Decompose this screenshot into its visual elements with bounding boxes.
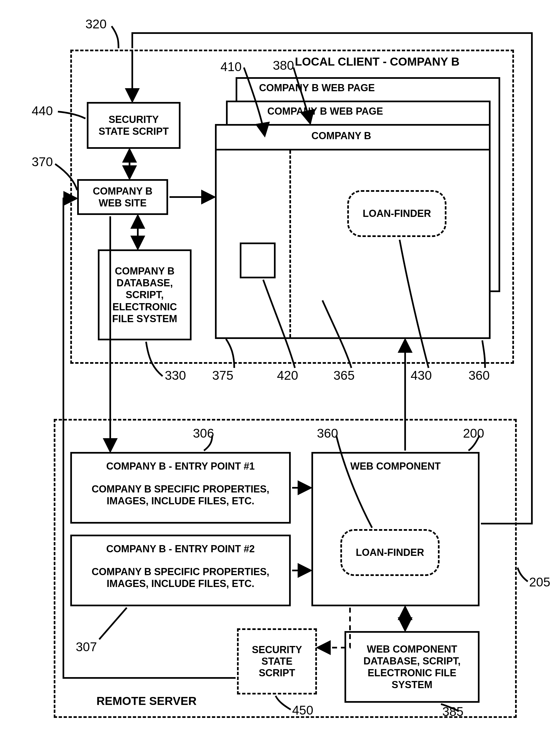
ref-205: 205 (529, 575, 550, 590)
ref-420: 420 (277, 368, 298, 383)
ref-370: 370 (32, 154, 53, 169)
entry-point-2-body: COMPANY B SPECIFIC PROPERTIES, IMAGES, I… (75, 566, 286, 590)
loan-finder-client: LOAN-FINDER (347, 190, 446, 237)
ref-410: 410 (221, 59, 242, 74)
web-component-title: WEB COMPONENT (316, 460, 475, 472)
ref-330: 330 (165, 368, 186, 383)
web-page-front-title: COMPANY B (311, 130, 371, 142)
security-state-script-box: SECURITY STATE SCRIPT (87, 102, 180, 149)
company-b-database-box: COMPANY B DATABASE, SCRIPT, ELECTRONIC F… (98, 250, 192, 340)
ref-440: 440 (32, 103, 53, 118)
entry-point-1-title: COMPANY B - ENTRY POINT #1 (75, 460, 286, 472)
web-component-db-box: WEB COMPONENT DATABASE, SCRIPT, ELECTRON… (344, 631, 479, 703)
entry-point-1-body: COMPANY B SPECIFIC PROPERTIES, IMAGES, I… (75, 483, 286, 507)
ref-360a: 360 (469, 368, 490, 383)
small-square (240, 242, 276, 278)
ref-307: 307 (76, 639, 97, 654)
ref-306: 306 (193, 426, 214, 441)
company-b-web-site-box: COMPANY B WEB SITE (77, 179, 168, 215)
remote-server-title: REMOTE SERVER (96, 694, 196, 708)
ref-375: 375 (212, 368, 233, 383)
ref-385: 385 (442, 704, 464, 719)
ref-430: 430 (411, 368, 432, 383)
web-page-back-title: COMPANY B WEB PAGE (259, 82, 375, 94)
entry-point-2: COMPANY B - ENTRY POINT #2 COMPANY B SPE… (70, 535, 291, 606)
ref-365: 365 (333, 368, 355, 383)
ref-200: 200 (463, 426, 484, 441)
entry-point-1: COMPANY B - ENTRY POINT #1 COMPANY B SPE… (70, 452, 291, 524)
loan-finder-server: LOAN-FINDER (340, 529, 440, 576)
ref-320: 320 (85, 17, 107, 31)
ref-380: 380 (273, 58, 294, 73)
ref-360b: 360 (317, 426, 338, 441)
entry-point-2-title: COMPANY B - ENTRY POINT #2 (75, 543, 286, 555)
page-vertical-divider (289, 150, 291, 337)
titlebar-divider (217, 149, 489, 150)
web-page-mid-title: COMPANY B WEB PAGE (267, 106, 383, 117)
local-client-title: LOCAL CLIENT - COMPANY B (295, 55, 459, 68)
security-state-script-dashed: SECURITY STATE SCRIPT (237, 628, 317, 694)
ref-450: 450 (292, 703, 313, 718)
